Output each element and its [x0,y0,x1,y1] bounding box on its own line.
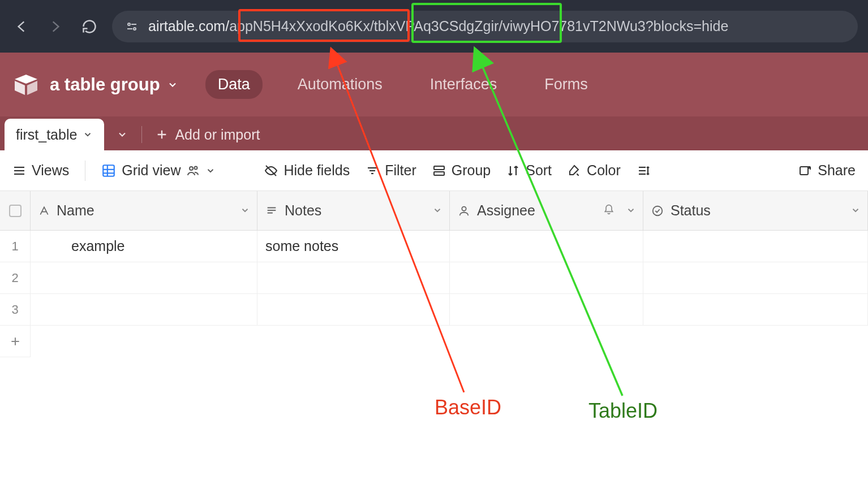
svg-point-15 [195,166,197,169]
plus-icon [156,128,168,141]
table-row[interactable]: 2 [0,262,868,294]
column-header-assignee[interactable]: Assignee [450,191,643,230]
tab-automations-label: Automations [298,76,383,93]
menu-icon [12,164,26,177]
table-tab-first_table[interactable]: first_table [5,119,104,150]
nav-tabs: Data Automations Interfaces Forms [205,70,600,99]
table-tab-label: first_table [16,127,77,143]
add-or-import-button[interactable]: Add or import [156,127,260,143]
row-height-icon [637,164,650,177]
divider [141,126,142,143]
filter-label: Filter [385,162,416,179]
svg-point-2 [134,28,136,30]
svg-point-30 [653,206,663,215]
hide-fields-button[interactable]: Hide fields [264,162,350,179]
chevron-down-icon[interactable] [117,129,128,140]
chevron-down-icon [83,129,93,140]
tab-forms-label: Forms [544,76,588,93]
people-icon [186,164,200,177]
tab-data[interactable]: Data [205,70,263,99]
app-header: a table group Data Automations Interface… [0,53,868,116]
cell-name[interactable] [31,294,257,325]
chevron-down-icon[interactable] [850,202,861,219]
cell-name[interactable] [31,262,257,293]
tab-data-label: Data [218,76,250,93]
share-icon [798,164,812,177]
grid-body: 1 example some notes 2 3 [0,231,868,357]
base-name-label: a table group [50,75,160,95]
add-import-label: Add or import [175,127,260,143]
cell-assignee[interactable] [450,294,643,325]
svg-rect-10 [104,165,115,176]
cell-status[interactable] [643,294,868,325]
column-header-name[interactable]: Name [31,191,257,230]
bell-icon[interactable] [603,202,615,219]
forward-button[interactable] [44,15,67,38]
cell-assignee[interactable] [450,231,643,262]
color-button[interactable]: Color [568,162,621,179]
svg-marker-5 [15,81,25,95]
filter-button[interactable]: Filter [366,162,416,179]
status-icon [651,205,664,217]
paint-icon [568,164,581,177]
cell-assignee[interactable] [450,262,643,293]
share-button[interactable]: Share [798,162,856,179]
chevron-down-icon[interactable] [626,202,636,219]
cell-status[interactable] [643,262,868,293]
views-button[interactable]: Views [12,162,69,179]
cell-status[interactable] [643,231,868,262]
divider [85,161,85,181]
share-label: Share [818,162,856,179]
add-row-button[interactable] [0,326,31,357]
url-bar[interactable]: airtable.com/appN5H4xXxodKo6Kx/tblxVPAq3… [112,11,858,42]
eye-off-icon [264,164,278,177]
sort-label: Sort [526,162,552,179]
base-name[interactable]: a table group [50,75,178,95]
group-button[interactable]: Group [432,162,491,179]
annotation-label-baseid: BaseID [435,396,501,419]
chevron-down-icon[interactable] [240,202,250,219]
site-settings-icon[interactable] [124,19,139,34]
sort-icon [506,164,520,177]
svg-marker-4 [15,75,37,84]
reload-button[interactable] [78,15,101,38]
table-row[interactable]: 3 [0,294,868,326]
chevron-down-icon [205,166,216,176]
svg-point-29 [462,206,466,210]
table-tabs-bar: first_table Add or import [0,116,868,150]
hide-fields-label: Hide fields [283,162,350,179]
cell-name[interactable]: example [31,231,257,262]
cell-notes[interactable] [257,294,450,325]
view-toolbar: Views Grid view Hide fields Filter Group… [0,150,868,191]
views-label: Views [32,162,69,179]
grid-view-button[interactable]: Grid view [101,162,216,179]
column-header-notes[interactable]: Notes [257,191,450,230]
grid-header: Name Notes Assignee Status [0,191,868,231]
text-icon [38,205,50,216]
column-status-label: Status [671,202,711,219]
svg-rect-25 [800,167,808,175]
airtable-logo-icon[interactable] [12,71,40,98]
tab-automations[interactable]: Automations [285,70,395,99]
tab-interfaces[interactable]: Interfaces [418,70,510,99]
select-all-checkbox[interactable] [0,191,31,230]
row-height-button[interactable] [637,164,650,177]
svg-rect-20 [434,166,444,170]
chevron-down-icon[interactable] [432,202,442,219]
cell-notes[interactable]: some notes [257,231,450,262]
column-name-label: Name [57,202,94,219]
column-header-status[interactable]: Status [643,191,868,230]
table-row[interactable]: 1 example some notes [0,231,868,262]
filter-icon [366,164,379,177]
chevron-down-icon [167,79,178,90]
color-label: Color [587,162,621,179]
tab-forms[interactable]: Forms [532,70,600,99]
sort-button[interactable]: Sort [506,162,552,179]
back-button[interactable] [10,15,33,38]
plus-icon [10,336,21,347]
cell-notes[interactable] [257,262,450,293]
tab-interfaces-label: Interfaces [430,76,497,93]
column-assignee-label: Assignee [477,202,535,219]
grid-icon [101,163,116,178]
grid-view-label: Grid view [122,162,181,179]
